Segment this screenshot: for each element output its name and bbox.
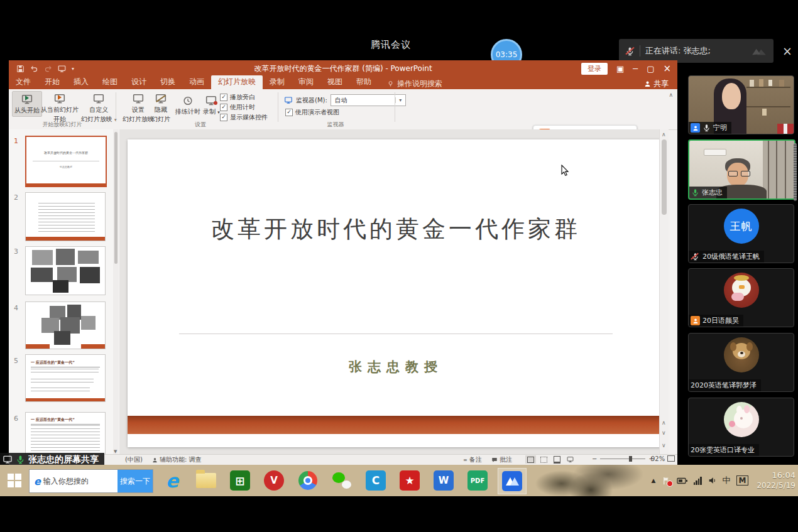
save-icon[interactable] [16,65,25,73]
collapse-ribbon-icon[interactable]: ∧ [669,92,673,98]
scroll-down-icon[interactable]: ▼ [114,449,117,454]
group-label-setup: 设置 [153,121,248,129]
reading-view-button[interactable] [552,455,562,464]
tab-animations[interactable]: 动画 [182,75,211,89]
next-slide-icon[interactable]: ∨ [662,430,666,436]
taskbar-search-box[interactable]: e 输入你想搜的 搜索一下 [29,469,153,493]
zoom-slider[interactable] [600,459,645,459]
taskbar-file-explorer-icon[interactable] [192,468,220,493]
zoom-out-icon[interactable]: − [592,455,597,462]
language-indicator[interactable]: M [736,475,749,486]
volume-icon[interactable] [708,476,717,485]
checkbox-play-narration[interactable]: ✓播放旁白 [220,93,268,102]
thumb1-title: 改革开放时代的黄金一代作家群 [26,151,106,155]
minimize-icon[interactable]: ─ [633,65,638,73]
ribbon-display-options-icon[interactable]: ▣ [616,65,624,73]
taskbar-chrome-icon[interactable] [294,468,322,493]
thumbnail-slide-4[interactable] [25,301,106,349]
record-button[interactable]: 录制 ▾ [201,93,222,117]
slideshow-qat-icon[interactable] [58,65,66,73]
taskbar-meeting-icon[interactable] [498,468,527,494]
screen-share-icon [3,455,13,464]
checkbox-use-timings[interactable]: ✓使用计时 [220,103,268,112]
participant-tile-guomengze[interactable]: 2020英语笔译郭梦泽 [688,333,794,392]
thumbnail-slide-1[interactable]: 改革开放时代的黄金一代作家群 张志忠教授 [25,136,107,187]
participant-label: 张志忠 [689,187,727,198]
taskbar-chaoxing-icon[interactable]: ★ [396,468,424,493]
clock[interactable]: 16:04 2022/5/19 [757,470,795,491]
taskbar-cctalk-icon[interactable]: C [362,468,390,493]
taskbar-wechat-icon[interactable] [328,468,356,493]
signin-button[interactable]: 登录 [581,63,608,75]
ppt-close-icon[interactable]: × [663,64,671,73]
participant-tile-zhangwen[interactable]: 20张雯英语口译专业 [688,398,794,457]
zoom-level[interactable]: 92% [651,455,665,462]
tray-ime-indicator[interactable]: 中 [723,475,731,486]
tab-record[interactable]: 录制 [263,75,292,89]
tab-design[interactable]: 设计 [124,75,153,89]
tray-expand-icon[interactable]: ▲ [652,477,656,484]
ppt-statusbar: (中国) 辅助功能: 调查 ≡ 备注 批注 − + [9,454,677,465]
tab-slideshow[interactable]: 幻灯片放映 [211,75,263,89]
notes-icon: ≡ [463,457,467,463]
custom-slideshow-button[interactable]: 自定义 幻灯片放映 ▾ [79,91,119,124]
from-beginning-button[interactable]: 从头开始 [12,91,42,117]
hide-slide-button[interactable]: 隐藏 幻灯片 [150,91,172,124]
participant-tile-yanhao[interactable]: 20日语颜昊 [688,268,794,327]
tab-help[interactable]: 帮助 [349,75,378,89]
participant-tile-zhangzhizhong[interactable]: 张志忠 [688,139,795,200]
previous-slide-icon[interactable]: ∧ [662,420,666,426]
taskbar-pdf-icon[interactable]: PDF [464,468,491,493]
thumbnail-slide-2[interactable] [25,192,106,241]
tab-review[interactable]: 审阅 [292,75,320,89]
slide-canvas: 改革开放时代的黄金一代作家群 张志忠教授 ∧ ∧ ∨ ∨ [119,129,669,455]
avatar [724,337,759,372]
thumbnail-slide-3[interactable] [25,246,106,295]
slideshow-view-button[interactable] [565,455,576,464]
checkbox-presenter-view[interactable]: ✓使用演示者视图 [285,108,339,117]
qat-customize-icon[interactable]: ▾ [72,66,74,72]
tab-draw[interactable]: 绘图 [96,75,124,89]
from-current-slide-button[interactable]: 从当前幻灯片 开始 [39,91,80,124]
thumbnail-scrollbar[interactable]: ▼ [113,129,119,455]
start-button[interactable] [0,465,29,496]
thumbnail-slide-6[interactable]: 一 应运而生的“黄金一代” [25,412,106,455]
tell-me-search[interactable]: 操作说明搜索 [387,79,442,89]
taskbar-v-app-icon[interactable]: V [260,468,288,493]
comments-button[interactable]: 批注 [491,455,512,464]
restore-icon[interactable]: ▢ [647,65,654,73]
battery-icon[interactable] [677,477,688,485]
tab-file[interactable]: 文件 [9,75,38,89]
tab-insert[interactable]: 插入 [67,75,96,89]
taskbar-store-icon[interactable]: ⊞ [226,468,254,493]
current-slide[interactable]: 改革开放时代的黄金一代作家群 张志忠教授 [128,139,664,447]
scroll-down-icon[interactable]: ∨ [662,442,666,448]
action-center-icon[interactable] [662,476,671,486]
tab-transitions[interactable]: 切换 [153,75,182,89]
canvas-scrollbar[interactable]: ∧ ∧ ∨ ∨ [659,129,669,455]
participant-tile-ningming[interactable]: 宁明 [688,75,794,134]
search-go-button[interactable]: 搜索一下 [118,470,153,492]
ime-status[interactable]: (中国) [125,455,143,464]
scroll-up-icon[interactable]: ∧ [662,131,666,138]
meeting-close-icon[interactable]: × [782,44,792,58]
share-button[interactable]: 共享 [644,79,677,89]
undo-icon[interactable] [30,65,38,73]
taskbar-wps-icon[interactable]: W [430,468,457,493]
tab-home[interactable]: 开始 [38,75,67,89]
taskbar-ie-icon[interactable]: e [158,468,186,493]
sidebar-scrollbar[interactable] [794,143,797,201]
tab-view[interactable]: 视图 [320,75,349,89]
notes-button[interactable]: ≡ 备注 [463,455,482,464]
slide-sorter-view-button[interactable] [538,455,549,464]
participant-tile-wangfan[interactable]: 王帆 20级俄语笔译王帆 [688,204,794,263]
accessibility-status[interactable]: 辅助功能: 调查 [152,455,202,464]
mic-icon [702,124,711,132]
normal-view-button[interactable] [525,455,536,464]
network-signal-icon[interactable] [694,477,702,485]
fit-to-window-icon[interactable] [667,455,675,462]
thumbnail-slide-5[interactable]: 一 应运而生的“黄金一代” [25,354,106,402]
redo-icon[interactable] [44,65,52,73]
share-person-icon [644,80,651,87]
rehearse-timings-button[interactable]: 排练计时 [173,93,202,117]
